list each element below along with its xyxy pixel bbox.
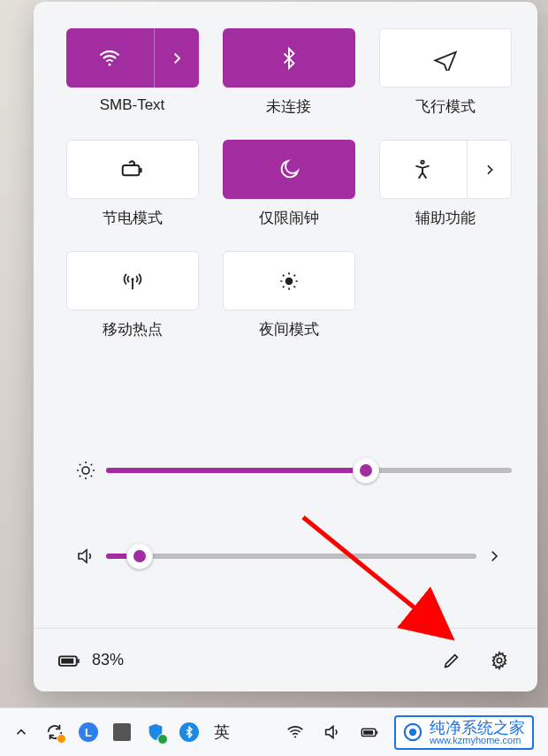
svg-rect-14	[376, 731, 377, 735]
svg-point-4	[131, 278, 133, 280]
edit-quick-settings-button[interactable]	[437, 645, 467, 676]
chevron-right-icon	[483, 163, 497, 177]
chevron-up-icon	[13, 724, 29, 740]
tile-bluetooth[interactable]	[223, 28, 355, 88]
battery-saver-icon	[119, 157, 146, 183]
open-settings-button[interactable]	[484, 645, 514, 676]
gear-icon	[490, 651, 509, 670]
battery-status[interactable]: 83%	[57, 648, 124, 673]
taskbar: L 英	[0, 707, 548, 756]
app-tray-icon-grid[interactable]	[110, 720, 134, 745]
volume-slider[interactable]	[106, 554, 476, 559]
tile-accessibility-main[interactable]	[378, 141, 468, 198]
battery-icon	[358, 722, 381, 742]
volume-slider-row	[65, 546, 512, 567]
tile-wifi-label: SMB-Text	[100, 96, 165, 114]
ime-indicator[interactable]: 英	[210, 722, 233, 743]
tile-bluetooth-label: 未连接	[266, 96, 311, 117]
tray-wifi[interactable]	[283, 720, 308, 745]
tile-night-light-label: 夜间模式	[259, 319, 319, 340]
svg-rect-1	[122, 165, 139, 175]
svg-line-11	[303, 517, 445, 632]
hotspot-icon	[120, 269, 145, 294]
svg-rect-2	[140, 168, 142, 172]
tray-volume[interactable]	[320, 720, 345, 745]
tile-wifi-main[interactable]	[65, 28, 155, 88]
tile-wifi-expand[interactable]	[155, 28, 199, 88]
svg-point-6	[82, 467, 89, 474]
system-tray: 纯净系统之家 www.kzmyhome.com	[283, 715, 539, 750]
app-tray-icon-l[interactable]: L	[76, 720, 101, 745]
tile-accessibility-expand[interactable]	[468, 141, 512, 198]
svg-point-17	[409, 729, 416, 736]
watermark-title: 纯净系统之家	[430, 720, 525, 736]
wifi-icon	[97, 46, 122, 71]
watermark-logo-icon	[403, 722, 422, 742]
tile-airplane-label: 飞行模式	[415, 96, 476, 117]
tile-battery-saver[interactable]	[66, 140, 199, 199]
bluetooth-tray-icon[interactable]	[177, 720, 202, 745]
tray-battery[interactable]	[357, 720, 382, 745]
chevron-right-icon	[169, 50, 185, 66]
svg-point-0	[108, 63, 110, 65]
volume-flyout-button[interactable]	[476, 548, 512, 564]
watermark: 纯净系统之家 www.kzmyhome.com	[394, 715, 534, 750]
sync-tray-icon[interactable]	[42, 720, 67, 745]
tile-hotspot[interactable]	[66, 251, 199, 310]
brightness-fill	[106, 468, 366, 473]
circle-l-icon: L	[79, 722, 98, 742]
svg-rect-8	[77, 659, 79, 663]
brightness-icon	[65, 460, 106, 481]
tile-wifi[interactable]	[66, 28, 199, 88]
brightness-slider-row	[65, 460, 512, 481]
shield-icon	[146, 722, 165, 742]
airplane-icon	[433, 46, 458, 71]
speaker-icon	[323, 722, 342, 742]
grid-icon	[113, 723, 131, 741]
quick-settings-footer: 83%	[34, 628, 537, 691]
pencil-icon	[442, 651, 461, 670]
wifi-icon	[285, 722, 305, 742]
quick-settings-panel: SMB-Text 未连接	[34, 2, 537, 691]
chevron-right-icon	[486, 548, 502, 564]
tile-battery-saver-label: 节电模式	[103, 208, 163, 228]
accessibility-icon	[411, 158, 434, 181]
tile-accessibility-label: 辅助功能	[415, 208, 476, 228]
tile-airplane[interactable]	[379, 28, 512, 88]
tile-hotspot-label: 移动热点	[103, 319, 163, 340]
bluetooth-icon	[179, 722, 199, 742]
svg-point-3	[421, 160, 423, 163]
brightness-slider[interactable]	[106, 468, 512, 473]
battery-icon	[57, 648, 81, 673]
tray-overflow-button[interactable]	[9, 720, 34, 745]
tile-night-light[interactable]	[223, 251, 355, 310]
watermark-sub: www.kzmyhome.com	[430, 736, 525, 745]
volume-thumb[interactable]	[126, 543, 153, 569]
quick-tiles-grid: SMB-Text 未连接	[60, 28, 520, 363]
svg-point-12	[294, 736, 296, 737]
speaker-icon	[65, 546, 106, 567]
tile-accessibility[interactable]	[379, 140, 512, 199]
tile-focus-assist-label: 仅限闹钟	[259, 208, 319, 228]
brightness-thumb[interactable]	[353, 457, 379, 484]
battery-percent-text: 83%	[92, 651, 124, 669]
svg-rect-15	[363, 730, 373, 735]
bluetooth-icon	[278, 47, 301, 70]
moon-icon	[278, 158, 301, 181]
security-tray-icon[interactable]	[143, 720, 168, 745]
nightlight-icon	[278, 270, 301, 293]
svg-point-10	[497, 658, 502, 663]
svg-rect-9	[61, 658, 73, 663]
svg-point-5	[285, 278, 292, 284]
tile-focus-assist[interactable]	[223, 140, 355, 199]
sync-icon	[45, 722, 65, 742]
